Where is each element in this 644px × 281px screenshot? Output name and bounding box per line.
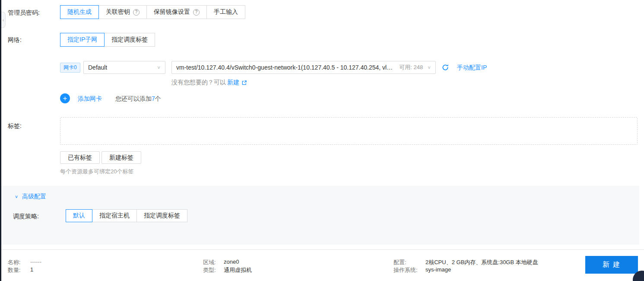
name-label: 名称: xyxy=(8,259,21,266)
tab-specify-scheduling-tag[interactable]: 指定调度标签 xyxy=(104,33,155,47)
admin-password-label: 管理员密码: xyxy=(8,9,40,17)
config-label: 配置: xyxy=(393,259,406,266)
add-nic-link[interactable]: 添加网卡 xyxy=(78,95,102,103)
advanced-config-toggle[interactable]: ∨ 高级配置 xyxy=(15,193,46,201)
new-tag-button[interactable]: 新建标签 xyxy=(102,151,141,164)
advanced-config-title: 高级配置 xyxy=(22,193,46,201)
tab-label: 保留镜像设置 xyxy=(154,8,190,16)
name-value: ------ xyxy=(30,259,41,265)
tab-label: 默认 xyxy=(73,212,85,220)
tab-label: 指定调度标签 xyxy=(144,212,180,220)
tab-associate-key[interactable]: 关联密钥 ? xyxy=(98,5,147,19)
type-label: 类型: xyxy=(203,266,216,274)
tab-specify-ip-subnet[interactable]: 指定IP子网 xyxy=(60,33,105,47)
ip-subnet-select[interactable]: vm-test/10.127.40.4/vSwitch0-guest-netwo… xyxy=(171,61,436,74)
tag-dropzone[interactable] xyxy=(60,117,638,145)
count-label: 数量: xyxy=(8,266,21,274)
count-value: 1 xyxy=(30,266,33,273)
tab-label: 随机生成 xyxy=(67,8,92,16)
type-value: 通用虚拟机 xyxy=(224,266,252,274)
tab-label: 指定宿主机 xyxy=(99,212,130,220)
tab-label: 指定IP子网 xyxy=(67,36,97,44)
panel-collapse-handle[interactable]: ‹ xyxy=(1,12,6,28)
vm-create-form: ‹ 管理员密码: 随机生成 关联密钥 ? 保留镜像设置 ? 手工输入 网络: 指… xyxy=(0,0,644,281)
help-icon[interactable]: ? xyxy=(193,9,200,16)
config-value: 2核CPU、2 GB内存、系统盘:30GB 本地硬盘 xyxy=(425,259,538,266)
add-nic-remaining-hint: 您还可以添加7个 xyxy=(115,95,161,103)
network-not-found-hint: 没有您想要的？可以 新建 xyxy=(171,79,247,86)
refresh-icon[interactable] xyxy=(441,64,449,71)
help-icon[interactable]: ? xyxy=(133,9,140,16)
tab-manual-input[interactable]: 手工输入 xyxy=(206,5,245,19)
tags-label: 标签: xyxy=(8,122,22,130)
chevron-down-icon: ∨ xyxy=(157,65,161,70)
chevron-down-icon: ∨ xyxy=(15,194,18,199)
tab-specify-host[interactable]: 指定宿主机 xyxy=(92,209,137,222)
summary-footer: 名称: ------ 数量: 1 区域: zone0 类型: 通用虚拟机 配置:… xyxy=(0,249,644,281)
nic0-chip: 网卡0 xyxy=(60,63,80,73)
tab-scheduling-default[interactable]: 默认 xyxy=(66,209,92,222)
network-label: 网络: xyxy=(8,36,22,44)
network-tab-group: 指定IP子网 指定调度标签 xyxy=(60,33,155,47)
collapse-left-icon: ‹ xyxy=(3,17,4,22)
os-value: sys-image xyxy=(425,266,451,273)
tab-specify-scheduling-tag[interactable]: 指定调度标签 xyxy=(136,209,187,222)
scheduling-policy-tab-group: 默认 指定宿主机 指定调度标签 xyxy=(66,209,187,222)
remaining-nic-count: 7 xyxy=(152,95,155,102)
tab-random-generate[interactable]: 随机生成 xyxy=(60,5,99,19)
l3-network-select[interactable]: Default ∨ xyxy=(83,61,165,74)
tab-keep-image-settings[interactable]: 保留镜像设置 ? xyxy=(146,5,207,19)
create-network-link[interactable]: 新建 xyxy=(227,79,239,86)
add-nic-plus-icon[interactable]: + xyxy=(60,93,70,103)
chevron-down-icon: ∨ xyxy=(427,65,431,70)
tag-limit-hint: 每个资源最多可绑定20个标签 xyxy=(60,168,133,176)
manual-ip-link[interactable]: 手动配置IP xyxy=(457,64,487,72)
create-button[interactable]: 新 建 xyxy=(585,256,638,274)
ip-subnet-select-value: vm-test/10.127.40.4/vSwitch0-guest-netwo… xyxy=(176,64,396,71)
zone-value: zone0 xyxy=(224,259,239,265)
l3-network-select-value: Default xyxy=(88,64,107,71)
os-label: 操作系统: xyxy=(393,266,418,274)
left-sidebar-edge xyxy=(0,0,1,281)
tab-label: 手工输入 xyxy=(214,8,238,16)
scheduling-policy-label: 调度策略: xyxy=(13,213,39,220)
zone-label: 区域: xyxy=(203,259,216,266)
admin-password-tab-group: 随机生成 关联密钥 ? 保留镜像设置 ? 手工输入 xyxy=(60,5,245,19)
tab-label: 关联密钥 xyxy=(106,8,130,16)
external-link-icon[interactable] xyxy=(241,80,247,86)
available-ip-count: 可用: 248 xyxy=(396,64,423,71)
tab-label: 指定调度标签 xyxy=(111,36,148,44)
existing-tags-button[interactable]: 已有标签 xyxy=(60,151,100,164)
